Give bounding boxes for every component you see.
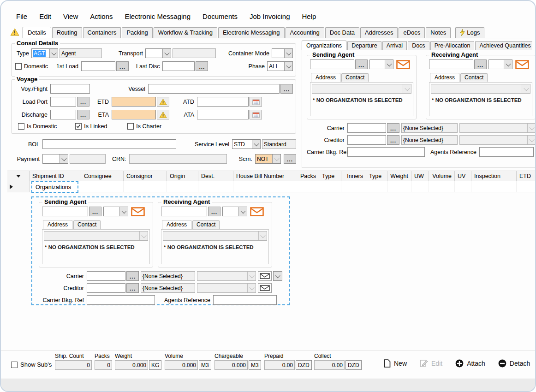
ghost-sending-agent-email-icon[interactable] — [131, 207, 145, 216]
last-disc-browse-button[interactable]: ... — [196, 61, 208, 71]
vessel-browse-button[interactable]: ... — [280, 84, 293, 94]
tab-packing[interactable]: Packing — [122, 27, 152, 38]
sending-agent-combo-arrow[interactable] — [385, 60, 393, 69]
menu-job-invoicing[interactable]: Job Invoicing — [244, 11, 296, 22]
ghost-sending-address-tab[interactable]: Address — [43, 220, 72, 229]
scrn-combo[interactable]: NOT — [255, 154, 281, 164]
column-header-weight[interactable]: Weight — [387, 171, 411, 181]
tab-edocs[interactable]: eDocs — [399, 27, 425, 38]
sending-agent-browse-button[interactable]: ... — [355, 59, 368, 69]
tab-departure[interactable]: Departure — [347, 41, 381, 50]
menu-actions[interactable]: Actions — [84, 11, 119, 22]
sending-contact-tab[interactable]: Contact — [341, 73, 369, 82]
ghost-receiving-agent-combo[interactable] — [222, 207, 247, 216]
drag-ghost-organizations-tab[interactable]: Organizations — [31, 181, 78, 193]
ghost-carrier-extra-combo[interactable] — [273, 271, 282, 281]
container-mode-arrow[interactable] — [284, 49, 292, 58]
column-header-uw[interactable]: UW — [411, 171, 429, 181]
etd-input[interactable] — [112, 97, 156, 107]
bol-input[interactable] — [42, 139, 176, 149]
ghost-creditor-address-combo[interactable] — [197, 283, 256, 293]
type-combo-arrow[interactable] — [49, 49, 58, 58]
ata-calendar-button[interactable] — [250, 110, 262, 119]
creditor-browse-button[interactable]: ... — [387, 135, 399, 145]
receiving-address-combo[interactable] — [431, 84, 530, 94]
ata-input[interactable] — [197, 110, 249, 119]
column-header-inners[interactable]: Inners — [341, 171, 366, 181]
payment-combo[interactable] — [42, 154, 68, 164]
ghost-receiving-contact-tab[interactable]: Contact — [192, 220, 220, 229]
ghost-sending-agent-combo[interactable] — [103, 207, 128, 216]
receiving-contact-tab[interactable]: Contact — [460, 73, 488, 82]
ghost-receiving-address-tab[interactable]: Address — [162, 220, 191, 229]
container-mode-combo[interactable] — [272, 48, 293, 58]
column-header-type1[interactable]: Type — [319, 171, 341, 181]
new-button[interactable]: New — [384, 359, 407, 368]
column-header-etd[interactable]: ETD — [517, 171, 536, 181]
ghost-creditor-email-icon[interactable] — [258, 283, 272, 293]
column-header-volume[interactable]: Volume — [429, 171, 455, 181]
atd-input[interactable] — [197, 97, 249, 107]
ghost-receiving-agent-browse-button[interactable]: ... — [208, 207, 220, 216]
phase-combo[interactable]: ALL — [267, 61, 293, 71]
load-port-browse-button[interactable]: ... — [77, 97, 89, 107]
ghost-sending-agent-input[interactable] — [42, 207, 88, 216]
column-header-packs[interactable]: Packs — [295, 171, 319, 181]
tab-logs[interactable]: Logs — [455, 27, 484, 38]
carrier-address-combo[interactable] — [459, 123, 536, 133]
menu-documents[interactable]: Documents — [197, 11, 244, 22]
discharge-browse-button[interactable]: ... — [77, 110, 89, 119]
tab-achieved-quantities[interactable]: Achieved Quantities — [475, 41, 532, 50]
ghost-receiving-agent-email-icon[interactable] — [250, 207, 264, 216]
receiving-agent-combo-arrow[interactable] — [504, 60, 512, 69]
ghost-creditor-input[interactable] — [87, 283, 125, 293]
eta-input[interactable] — [112, 110, 156, 119]
service-level-combo[interactable]: STD — [232, 139, 261, 149]
column-header-inspection[interactable]: Inspection — [471, 171, 517, 181]
carrier-bkg-ref-input[interactable] — [347, 147, 425, 157]
menu-electronic-messaging[interactable]: Electronic Messaging — [119, 11, 197, 22]
ghost-carrier-browse-button[interactable]: ... — [126, 271, 139, 281]
is-domestic-checkbox[interactable] — [18, 123, 24, 130]
scrn-combo-arrow[interactable] — [272, 154, 280, 163]
vessel-input[interactable] — [148, 84, 280, 94]
column-header-consignor[interactable]: Consignor — [124, 171, 167, 181]
scrn-browse-button[interactable]: ... — [284, 154, 296, 164]
load-port-input[interactable] — [50, 97, 76, 107]
edit-button[interactable]: Edit — [420, 359, 442, 368]
ghost-carrier-address-combo[interactable] — [197, 271, 256, 281]
is-charter-checkbox[interactable] — [127, 123, 134, 130]
receiving-agent-combo[interactable] — [488, 59, 512, 69]
menu-file[interactable]: File — [10, 11, 33, 22]
sending-agent-email-icon[interactable] — [396, 60, 410, 69]
tab-containers[interactable]: Containers — [83, 27, 121, 38]
tab-organizations[interactable]: Organizations — [302, 41, 346, 50]
etd-warning-calendar-button[interactable] — [157, 97, 169, 107]
column-header-house-bill[interactable]: House Bill Number — [233, 171, 295, 181]
creditor-input[interactable] — [347, 135, 386, 145]
column-header-consignee[interactable]: Consignee — [81, 171, 124, 181]
eta-warning-calendar-button[interactable] — [157, 110, 169, 119]
carrier-browse-button[interactable]: ... — [387, 123, 399, 133]
first-load-input[interactable] — [81, 61, 115, 71]
column-header-shipment-id[interactable]: Shipment ID — [30, 171, 81, 181]
validation-warning-icon[interactable] — [10, 28, 19, 36]
ghost-carrier-email-icon[interactable] — [258, 271, 272, 281]
service-level-arrow[interactable] — [252, 140, 260, 148]
ghost-creditor-browse-button[interactable]: ... — [126, 283, 139, 293]
tab-workflow-tracking[interactable]: Workflow & Tracking — [154, 27, 217, 38]
ghost-sending-address-combo[interactable] — [44, 231, 148, 241]
domestic-checkbox[interactable] — [15, 63, 22, 70]
column-header-type2[interactable]: Type — [366, 171, 387, 181]
attach-button[interactable]: Attach — [455, 359, 485, 368]
ghost-sending-contact-tab[interactable]: Contact — [73, 220, 101, 229]
grid-selector-header[interactable] — [7, 171, 30, 181]
tab-doc-data[interactable]: Doc Data — [325, 27, 359, 38]
tab-docs[interactable]: Docs — [408, 41, 429, 50]
sending-agent-input[interactable] — [310, 59, 354, 69]
tab-pre-allocation[interactable]: Pre-Allocation — [430, 41, 475, 50]
receiving-agent-browse-button[interactable]: ... — [474, 59, 487, 69]
ghost-carrier-bkg-ref-input[interactable] — [87, 295, 155, 305]
column-header-dest[interactable]: Dest. — [198, 171, 233, 181]
tab-electronic-messaging[interactable]: Electronic Messaging — [218, 27, 285, 38]
